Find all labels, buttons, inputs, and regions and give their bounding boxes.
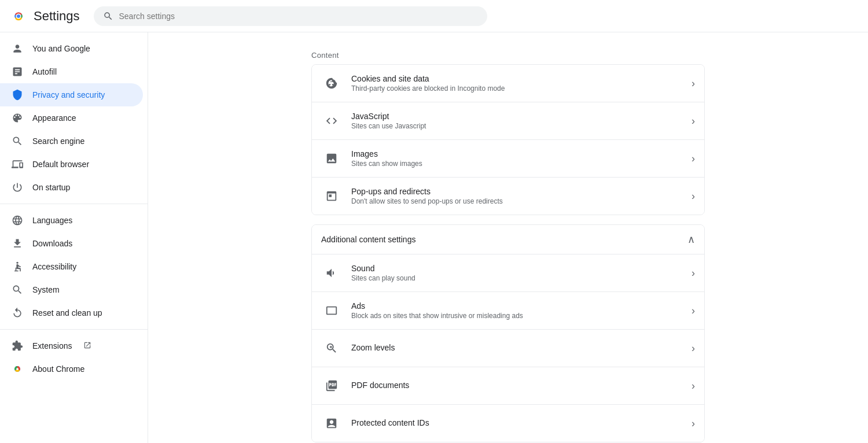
- person-icon: [12, 43, 23, 54]
- content-section-card: Cookies and site data Third-party cookie…: [311, 64, 705, 215]
- svg-point-9: [329, 84, 330, 86]
- protected-arrow-icon: ›: [692, 418, 695, 430]
- images-row-text: Images Sites can show images: [351, 149, 692, 168]
- images-row[interactable]: Images Sites can show images ›: [312, 140, 704, 178]
- cookies-title: Cookies and site data: [351, 74, 692, 83]
- sidebar-label-downloads: Downloads: [32, 239, 72, 248]
- content-section-heading: Content: [311, 42, 705, 64]
- popups-title: Pop-ups and redirects: [351, 187, 692, 196]
- ads-title: Ads: [351, 301, 692, 311]
- popup-icon: [321, 186, 342, 206]
- search-input[interactable]: [119, 12, 478, 21]
- svg-point-5: [16, 262, 18, 264]
- cookies-row-text: Cookies and site data Third-party cookie…: [351, 74, 692, 93]
- sidebar: You and Google Autofill Privacy and secu…: [0, 32, 148, 443]
- sidebar-label-about-chrome: About Chrome: [32, 364, 84, 374]
- additional-section-card: Additional content settings ∧ Sound Site…: [311, 224, 705, 442]
- sidebar-item-search-engine[interactable]: Search engine: [0, 130, 143, 153]
- javascript-subtitle: Sites can use Javascript: [351, 122, 692, 130]
- sidebar-item-you-and-google[interactable]: You and Google: [0, 37, 143, 60]
- cookies-row[interactable]: Cookies and site data Third-party cookie…: [312, 65, 704, 102]
- globe-icon: [12, 215, 23, 226]
- external-link-icon: [83, 341, 91, 351]
- sidebar-item-system[interactable]: System: [0, 278, 143, 301]
- sidebar-item-downloads[interactable]: Downloads: [0, 232, 143, 255]
- pdf-row-text: PDF documents: [351, 381, 692, 391]
- reset-icon: [12, 307, 23, 319]
- palette-icon: [12, 112, 23, 124]
- sound-row[interactable]: Sound Sites can play sound ›: [312, 254, 704, 292]
- search-bar[interactable]: [94, 6, 487, 26]
- popups-row[interactable]: Pop-ups and redirects Don't allow sites …: [312, 178, 704, 215]
- cookie-icon: [321, 73, 342, 94]
- sidebar-item-accessibility[interactable]: Accessibility: [0, 255, 143, 278]
- pdf-row[interactable]: PDF documents ›: [312, 367, 704, 405]
- app-title: Settings: [34, 9, 80, 24]
- sidebar-label-extensions: Extensions: [32, 341, 72, 350]
- content-area: Content Cookies and site data Third-part…: [311, 32, 705, 443]
- additional-content-title: Additional content settings: [321, 235, 687, 244]
- search-icon: [103, 11, 113, 21]
- ads-row-text: Ads Block ads on sites that show intrusi…: [351, 301, 692, 320]
- sidebar-item-privacy-security[interactable]: Privacy and security: [0, 83, 143, 106]
- javascript-row-text: JavaScript Sites can use Javascript: [351, 112, 692, 130]
- sound-arrow-icon: ›: [692, 267, 695, 279]
- images-subtitle: Sites can show images: [351, 160, 692, 168]
- images-title: Images: [351, 149, 692, 158]
- autofill-icon: [12, 66, 23, 77]
- browser-icon: [12, 158, 23, 170]
- ads-icon: [321, 300, 342, 321]
- additional-chevron-icon: ∧: [687, 233, 695, 246]
- sound-icon: [321, 263, 342, 283]
- pdf-arrow-icon: ›: [692, 380, 695, 392]
- sidebar-label-system: System: [32, 285, 60, 294]
- sidebar-label-default-browser: Default browser: [32, 160, 89, 169]
- popups-arrow-icon: ›: [692, 190, 695, 202]
- sidebar-item-about-chrome[interactable]: About Chrome: [0, 357, 143, 381]
- zoom-arrow-icon: ›: [692, 342, 695, 355]
- power-icon: [12, 182, 23, 193]
- sidebar-item-languages[interactable]: Languages: [0, 209, 143, 232]
- sidebar-item-on-startup[interactable]: On startup: [0, 176, 143, 199]
- zoom-row[interactable]: Zoom levels ›: [312, 330, 704, 367]
- ads-row[interactable]: Ads Block ads on sites that show intrusi…: [312, 292, 704, 330]
- sidebar-label-autofill: Autofill: [32, 67, 57, 76]
- popups-row-text: Pop-ups and redirects Don't allow sites …: [351, 187, 692, 205]
- download-icon: [12, 238, 23, 249]
- sidebar-item-default-browser[interactable]: Default browser: [0, 153, 143, 176]
- sidebar-label-search-engine: Search engine: [32, 136, 84, 146]
- protected-title: Protected content IDs: [351, 418, 692, 427]
- sidebar-item-extensions[interactable]: Extensions: [0, 334, 143, 357]
- zoom-title: Zoom levels: [351, 343, 692, 352]
- protected-row[interactable]: Protected content IDs ›: [312, 405, 704, 442]
- pdf-icon: [321, 375, 342, 396]
- puzzle-icon: [12, 340, 23, 352]
- sidebar-label-privacy-security: Privacy and security: [32, 90, 105, 99]
- sidebar-divider-1: [0, 204, 148, 204]
- logo-area: Settings: [9, 7, 80, 25]
- svg-point-4: [17, 14, 20, 18]
- sidebar-item-reset-clean[interactable]: Reset and clean up: [0, 301, 143, 324]
- javascript-row[interactable]: JavaScript Sites can use Javascript ›: [312, 102, 704, 140]
- chrome-logo-icon: [9, 7, 28, 25]
- popups-row-wrapper: Pop-ups and redirects Don't allow sites …: [312, 178, 704, 215]
- sidebar-label-accessibility: Accessibility: [32, 262, 76, 271]
- main-layout: You and Google Autofill Privacy and secu…: [0, 32, 868, 443]
- image-icon: [321, 148, 342, 169]
- ads-arrow-icon: ›: [692, 305, 695, 317]
- protected-icon: [321, 413, 342, 434]
- sidebar-item-appearance[interactable]: Appearance: [0, 106, 143, 130]
- svg-point-11: [332, 84, 334, 86]
- shield-icon: [12, 89, 23, 101]
- sidebar-item-autofill[interactable]: Autofill: [0, 60, 143, 83]
- search-engine-icon: [12, 135, 23, 147]
- sound-row-text: Sound Sites can play sound: [351, 264, 692, 282]
- accessibility-icon: [12, 261, 23, 272]
- additional-content-header[interactable]: Additional content settings ∧: [312, 225, 704, 254]
- sidebar-label-languages: Languages: [32, 216, 72, 225]
- sidebar-label-on-startup: On startup: [32, 183, 70, 192]
- sound-subtitle: Sites can play sound: [351, 274, 692, 282]
- sidebar-label-appearance: Appearance: [32, 113, 76, 123]
- zoom-row-text: Zoom levels: [351, 343, 692, 353]
- svg-point-8: [16, 368, 19, 370]
